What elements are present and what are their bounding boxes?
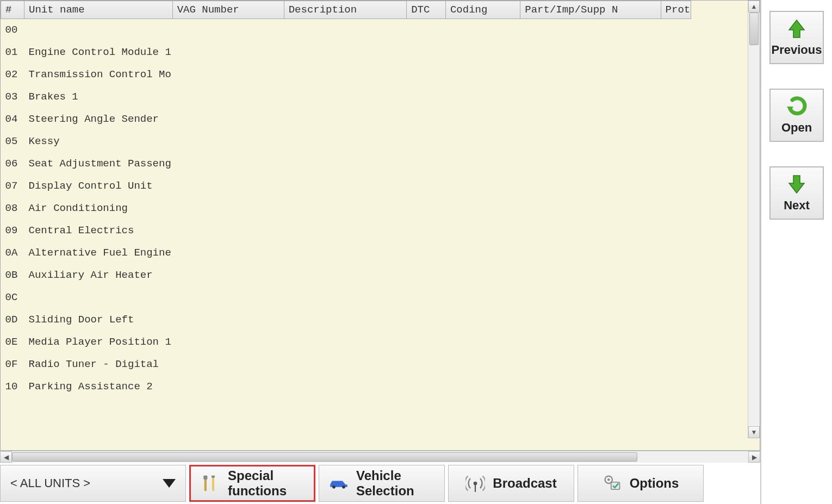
cell-num[interactable]: 09 — [1, 220, 24, 242]
cell-prot[interactable] — [661, 108, 691, 130]
cell-num[interactable]: 0B — [1, 264, 24, 287]
cell-part[interactable] — [520, 19, 661, 41]
cell-dtc[interactable] — [407, 220, 446, 242]
cell-part[interactable] — [520, 287, 661, 309]
cell-prot[interactable] — [661, 309, 691, 331]
cell-part[interactable] — [520, 376, 661, 398]
cell-vag[interactable] — [172, 376, 284, 398]
cell-prot[interactable] — [661, 19, 691, 41]
cell-dtc[interactable] — [407, 264, 446, 287]
table-row[interactable]: 08Air Conditioning — [1, 197, 691, 220]
cell-num[interactable]: 06 — [1, 153, 24, 175]
cell-num[interactable]: 07 — [1, 175, 24, 197]
cell-num[interactable]: 0C — [1, 287, 24, 309]
table-row[interactable]: 0BAuxiliary Air Heater — [1, 264, 691, 287]
cell-vag[interactable] — [172, 287, 284, 309]
table-row[interactable]: 0DSliding Door Left — [1, 309, 691, 331]
column-header-coding[interactable]: Coding — [445, 1, 520, 19]
cell-coding[interactable] — [445, 376, 520, 398]
table-row[interactable]: 02Transmission Control Mo... — [1, 64, 691, 86]
cell-dtc[interactable] — [407, 86, 446, 108]
cell-vag[interactable] — [172, 130, 284, 153]
cell-vag[interactable] — [172, 197, 284, 220]
table-row[interactable]: 05Kessy — [1, 130, 691, 153]
cell-coding[interactable] — [445, 41, 520, 64]
table-row[interactable]: 07Display Control Unit — [1, 175, 691, 197]
cell-dtc[interactable] — [407, 242, 446, 264]
cell-name[interactable]: Steering Angle Sender — [24, 108, 173, 130]
cell-desc[interactable] — [284, 41, 407, 64]
special-functions-button[interactable]: Special functions — [189, 465, 315, 502]
cell-part[interactable] — [520, 309, 661, 331]
cell-coding[interactable] — [445, 19, 520, 41]
cell-name[interactable]: Seat Adjustment Passeng... — [24, 153, 173, 175]
table-row[interactable]: 04Steering Angle Sender — [1, 108, 691, 130]
cell-vag[interactable] — [172, 220, 284, 242]
cell-coding[interactable] — [445, 64, 520, 86]
cell-desc[interactable] — [284, 264, 407, 287]
cell-name[interactable] — [24, 19, 173, 41]
cell-vag[interactable] — [172, 331, 284, 353]
cell-vag[interactable] — [172, 41, 284, 64]
table-row[interactable]: 10Parking Assistance 2 — [1, 376, 691, 398]
cell-prot[interactable] — [661, 130, 691, 153]
broadcast-button[interactable]: Broadcast — [448, 465, 574, 502]
cell-prot[interactable] — [661, 287, 691, 309]
cell-name[interactable]: Alternative Fuel Engine — [24, 242, 173, 264]
column-header-vag[interactable]: VAG Number — [172, 1, 284, 19]
cell-vag[interactable] — [172, 353, 284, 376]
open-button[interactable]: Open — [769, 89, 824, 142]
cell-coding[interactable] — [445, 287, 520, 309]
table-row[interactable]: 0AAlternative Fuel Engine — [1, 242, 691, 264]
cell-num[interactable]: 05 — [1, 130, 24, 153]
cell-coding[interactable] — [445, 86, 520, 108]
table-row[interactable]: 01Engine Control Module 1 — [1, 41, 691, 64]
cell-prot[interactable] — [661, 220, 691, 242]
cell-name[interactable]: Auxiliary Air Heater — [24, 264, 173, 287]
cell-desc[interactable] — [284, 287, 407, 309]
cell-dtc[interactable] — [407, 197, 446, 220]
cell-vag[interactable] — [172, 175, 284, 197]
cell-name[interactable] — [24, 287, 173, 309]
table-row[interactable]: 0C — [1, 287, 691, 309]
previous-button[interactable]: Previous — [769, 11, 824, 64]
horizontal-scroll-thumb[interactable] — [12, 452, 637, 462]
cell-name[interactable]: Brakes 1 — [24, 86, 173, 108]
column-header-part[interactable]: Part/Imp/Supp N — [520, 1, 661, 19]
table-row[interactable]: 09Central Electrics — [1, 220, 691, 242]
cell-part[interactable] — [520, 331, 661, 353]
cell-part[interactable] — [520, 64, 661, 86]
cell-coding[interactable] — [445, 309, 520, 331]
cell-prot[interactable] — [661, 86, 691, 108]
cell-coding[interactable] — [445, 197, 520, 220]
column-header-prot[interactable]: Prot — [661, 1, 691, 19]
cell-num[interactable]: 0D — [1, 309, 24, 331]
cell-num[interactable]: 08 — [1, 197, 24, 220]
cell-desc[interactable] — [284, 197, 407, 220]
cell-desc[interactable] — [284, 108, 407, 130]
cell-desc[interactable] — [284, 331, 407, 353]
cell-dtc[interactable] — [407, 64, 446, 86]
cell-dtc[interactable] — [407, 19, 446, 41]
cell-prot[interactable] — [661, 331, 691, 353]
cell-dtc[interactable] — [407, 287, 446, 309]
cell-num[interactable]: 0E — [1, 331, 24, 353]
cell-desc[interactable] — [284, 376, 407, 398]
cell-desc[interactable] — [284, 309, 407, 331]
cell-dtc[interactable] — [407, 175, 446, 197]
column-header-desc[interactable]: Description — [284, 1, 407, 19]
cell-vag[interactable] — [172, 86, 284, 108]
cell-vag[interactable] — [172, 309, 284, 331]
cell-name[interactable]: Display Control Unit — [24, 175, 173, 197]
column-header-dtc[interactable]: DTC — [407, 1, 446, 19]
cell-desc[interactable] — [284, 86, 407, 108]
cell-vag[interactable] — [172, 264, 284, 287]
cell-coding[interactable] — [445, 331, 520, 353]
table-row[interactable]: 03Brakes 1 — [1, 86, 691, 108]
cell-coding[interactable] — [445, 153, 520, 175]
cell-part[interactable] — [520, 197, 661, 220]
cell-dtc[interactable] — [407, 376, 446, 398]
cell-coding[interactable] — [445, 175, 520, 197]
cell-num[interactable]: 03 — [1, 86, 24, 108]
cell-vag[interactable] — [172, 108, 284, 130]
